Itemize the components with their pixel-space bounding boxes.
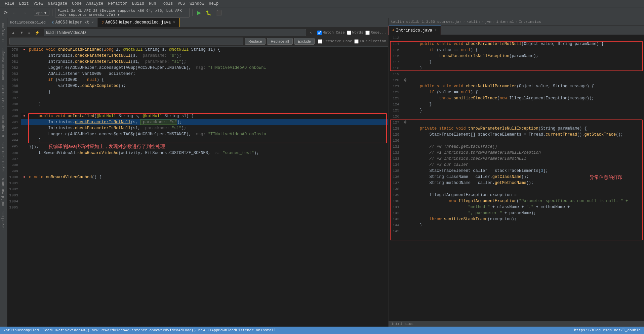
code-line-1004: 1004	[7, 198, 388, 204]
code-line-989: 989	[7, 107, 388, 113]
tab-close-java[interactable]: ×	[172, 21, 176, 25]
toolbar-forward[interactable]: →	[20, 9, 28, 16]
preserve-case-label: Preserve Case	[323, 39, 352, 43]
tab-intrinsics-java[interactable]: J Intrinsics.java ×	[389, 26, 441, 35]
menu-analyze[interactable]: Analyze	[84, 1, 105, 7]
right-line-132: 132 // #1 Intrinsics.throwParameterIsNul…	[389, 150, 644, 156]
words-checkbox[interactable]: Words	[347, 31, 363, 35]
find-down-btn[interactable]: ▼	[18, 30, 26, 36]
find-toggle-btn[interactable]: ≡	[26, 30, 32, 36]
status-bottom-bar: loadTTNativeVideoAD() new RewardVideoAdL…	[43, 328, 276, 332]
find-row: ▲ ▼ ≡ ⚡ × Match Case Words	[9, 29, 386, 36]
right-tab-close[interactable]: ×	[434, 29, 437, 32]
sidebar-project[interactable]: 1: Project	[0, 19, 7, 45]
find-input-wrap	[44, 29, 306, 36]
code-line-990: 990 ● public void onInstalled(@NotNull S…	[7, 113, 388, 119]
exclude-btn[interactable]: Exclude	[294, 38, 315, 45]
menu-vcs[interactable]: VCS	[176, 1, 187, 7]
preserve-case-check[interactable]	[318, 39, 322, 44]
right-line-119: 119	[389, 71, 644, 77]
right-line-116: 116 throwParameterIsNullException(paramN…	[389, 53, 644, 59]
replace-input-wrap	[9, 38, 243, 45]
breadcrumb-sep-1: ›	[463, 20, 465, 24]
code-line-996: 996 ttRewardVideoAd.showRewardVideoAd(ac…	[7, 150, 388, 156]
code-line-1000: 1000 ● c void onRewardVideoCached() {	[7, 174, 388, 180]
find-up-btn[interactable]: ▲	[9, 30, 17, 36]
words-check[interactable]	[347, 31, 351, 35]
right-code-editor[interactable]: 113 114 public static void checkParamete…	[389, 35, 644, 321]
toolbar-separator-1	[31, 9, 31, 16]
regex-label: Rege...	[371, 31, 386, 35]
replace-all-btn[interactable]: Replace all	[267, 38, 292, 45]
in-selection-checkbox[interactable]: In Selection	[354, 39, 386, 44]
right-line-114: 114 public static void checkParameterIsN…	[389, 41, 644, 47]
tab-close-kt[interactable]: ×	[91, 21, 94, 25]
breadcrumb-intrinsics: Intrinsics	[519, 20, 541, 24]
code-line-993: 993 Logger.e(AdCSJHelper.access$getTAG$p…	[7, 131, 388, 137]
toolbar-separator-2	[52, 9, 52, 16]
project-name: kotlinDecompiled	[7, 19, 48, 26]
regex-check[interactable]	[365, 31, 370, 35]
toolbar-sync[interactable]: ⟳	[2, 9, 9, 16]
right-line-127: 127 @	[389, 120, 644, 126]
device-selector[interactable]: Pixel 3a XL API 28 (Device supports x86_…	[55, 8, 190, 18]
replace-btn[interactable]: Replace	[245, 38, 266, 45]
menu-edit[interactable]: Edit	[17, 1, 31, 7]
right-line-122: 122 if (value == null) {	[389, 89, 644, 95]
toolbar-stop[interactable]: ⬛	[214, 9, 224, 16]
menu-build[interactable]: Build	[130, 1, 146, 7]
code-line-983: 983 AdAllListener var10000 = adListener;	[7, 71, 388, 77]
find-filter-btn[interactable]: ⚡	[33, 30, 42, 36]
right-line-123: 123 throw sanitizeStackTrace(new Illegal…	[389, 95, 644, 101]
right-bottom-label: Intrinsics	[389, 321, 644, 327]
right-line-126: 126	[389, 113, 644, 120]
menu-window[interactable]: Window	[188, 1, 206, 7]
right-editor-pane: kotlin-stdlib-1.3.50-sources.jar › kotli…	[389, 18, 644, 327]
menu-refactor[interactable]: Refactor	[106, 1, 129, 7]
left-tab-bar: kotlinDecompiled K AdCSJHelper.kt × J Ad…	[7, 18, 388, 28]
code-line-995: 995 }}); 反编译的java代码对应如上，发现对参数进行了判空处理	[7, 143, 388, 150]
gutter-990: ●	[21, 113, 28, 119]
toolbar-run[interactable]: ▶	[195, 8, 203, 17]
breadcrumb-sep-2: ›	[481, 20, 483, 24]
menu-view[interactable]: View	[32, 1, 45, 7]
menu-file[interactable]: File	[3, 1, 16, 7]
menu-run[interactable]: Run	[147, 1, 158, 7]
left-code-editor[interactable]: 979 ● public void onDownloadFinished(lon…	[7, 47, 388, 327]
sidebar-structure[interactable]: 2: Structure	[0, 83, 7, 112]
java-icon: J	[102, 21, 104, 25]
right-line-138: 138	[389, 186, 644, 192]
breadcrumb-sep-4: ›	[515, 20, 518, 24]
sidebar-captures[interactable]: 6: Captures	[0, 112, 7, 140]
sidebar-build-variants[interactable]: Build Variants	[0, 175, 7, 209]
match-case-check[interactable]	[317, 31, 322, 35]
find-input[interactable]	[44, 29, 306, 36]
toolbar-back[interactable]: ←	[11, 9, 19, 16]
code-line-1003: 1003	[7, 192, 388, 198]
menu-help[interactable]: Help	[207, 1, 220, 7]
tab-adcsjhelper-java[interactable]: J AdCSJHelper.decompiled.java ×	[98, 18, 179, 27]
search-replace-bar: ▲ ▼ ≡ ⚡ × Match Case Words	[7, 28, 388, 47]
tab-adcsjhelper-kt[interactable]: K AdCSJHelper.kt ×	[48, 18, 98, 27]
tab-label-kt: AdCSJHelper.kt	[55, 20, 89, 25]
sidebar-layout-captures[interactable]: Layout Captures	[0, 140, 7, 175]
toolbar-app[interactable]: app ▼	[34, 10, 49, 16]
regex-checkbox[interactable]: Rege...	[365, 31, 386, 35]
sidebar-favorites[interactable]: Favorites	[0, 209, 7, 232]
toolbar-debug[interactable]: 🐛	[204, 9, 213, 16]
preserve-case-checkbox[interactable]: Preserve Case	[318, 39, 352, 44]
sidebar-resource-manager[interactable]: Resource Manager	[0, 45, 7, 83]
breadcrumb-stdlib: kotlin-stdlib-1.3.50-sources.jar	[391, 20, 461, 24]
code-line-998: 998	[7, 162, 388, 168]
in-selection-check[interactable]	[354, 39, 359, 44]
find-close-btn[interactable]: ×	[308, 30, 314, 36]
replace-input[interactable]	[10, 38, 243, 45]
code-line-991: 991 Intrinsics.checkParameterIsNotNull(s…	[7, 119, 388, 125]
menu-navigate[interactable]: Navigate	[46, 1, 69, 7]
menu-tools[interactable]: Tools	[159, 1, 175, 7]
menu-code[interactable]: Code	[70, 1, 84, 7]
right-line-130: 130	[389, 138, 644, 144]
match-case-checkbox[interactable]: Match Case	[317, 31, 345, 35]
right-line-121: 121 public static void checkNotNullParam…	[389, 83, 644, 89]
code-line-999: 999	[7, 168, 388, 174]
